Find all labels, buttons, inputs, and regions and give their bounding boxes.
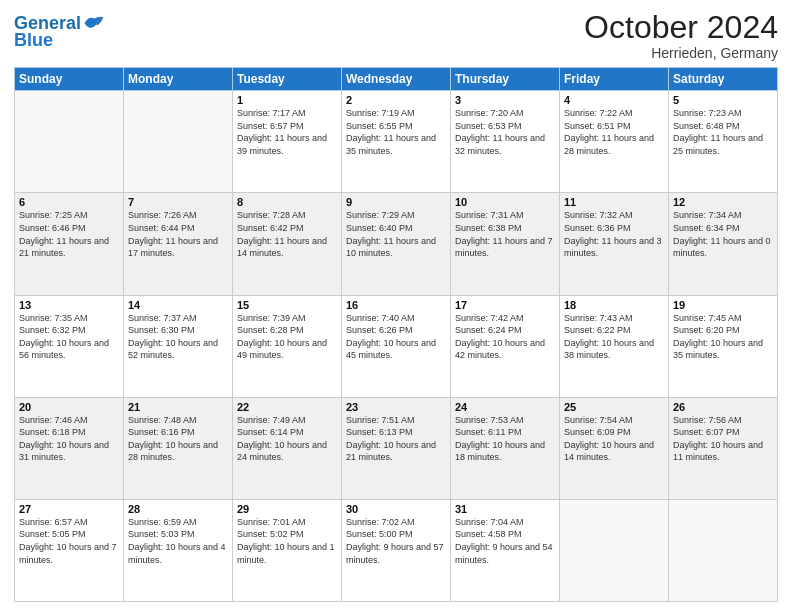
day-info: Sunrise: 7:49 AM Sunset: 6:14 PM Dayligh…	[237, 414, 337, 464]
day-number: 16	[346, 299, 446, 311]
calendar-cell: 31Sunrise: 7:04 AM Sunset: 4:58 PM Dayli…	[451, 499, 560, 601]
calendar-week-2: 6Sunrise: 7:25 AM Sunset: 6:46 PM Daylig…	[15, 193, 778, 295]
day-info: Sunrise: 7:56 AM Sunset: 6:07 PM Dayligh…	[673, 414, 773, 464]
calendar-cell	[124, 91, 233, 193]
calendar-week-3: 13Sunrise: 7:35 AM Sunset: 6:32 PM Dayli…	[15, 295, 778, 397]
day-number: 18	[564, 299, 664, 311]
calendar-cell	[560, 499, 669, 601]
calendar-table: SundayMondayTuesdayWednesdayThursdayFrid…	[14, 67, 778, 602]
day-number: 24	[455, 401, 555, 413]
calendar-cell: 17Sunrise: 7:42 AM Sunset: 6:24 PM Dayli…	[451, 295, 560, 397]
calendar-cell: 23Sunrise: 7:51 AM Sunset: 6:13 PM Dayli…	[342, 397, 451, 499]
day-info: Sunrise: 7:01 AM Sunset: 5:02 PM Dayligh…	[237, 516, 337, 566]
day-number: 22	[237, 401, 337, 413]
day-info: Sunrise: 7:45 AM Sunset: 6:20 PM Dayligh…	[673, 312, 773, 362]
weekday-header-friday: Friday	[560, 68, 669, 91]
day-info: Sunrise: 7:28 AM Sunset: 6:42 PM Dayligh…	[237, 209, 337, 259]
calendar-cell	[669, 499, 778, 601]
calendar-cell	[15, 91, 124, 193]
day-info: Sunrise: 7:43 AM Sunset: 6:22 PM Dayligh…	[564, 312, 664, 362]
calendar-cell: 21Sunrise: 7:48 AM Sunset: 6:16 PM Dayli…	[124, 397, 233, 499]
day-info: Sunrise: 7:40 AM Sunset: 6:26 PM Dayligh…	[346, 312, 446, 362]
weekday-header-thursday: Thursday	[451, 68, 560, 91]
day-info: Sunrise: 7:19 AM Sunset: 6:55 PM Dayligh…	[346, 107, 446, 157]
calendar-cell: 24Sunrise: 7:53 AM Sunset: 6:11 PM Dayli…	[451, 397, 560, 499]
weekday-header-tuesday: Tuesday	[233, 68, 342, 91]
calendar-cell: 3Sunrise: 7:20 AM Sunset: 6:53 PM Daylig…	[451, 91, 560, 193]
day-info: Sunrise: 7:51 AM Sunset: 6:13 PM Dayligh…	[346, 414, 446, 464]
calendar-cell: 8Sunrise: 7:28 AM Sunset: 6:42 PM Daylig…	[233, 193, 342, 295]
day-info: Sunrise: 7:26 AM Sunset: 6:44 PM Dayligh…	[128, 209, 228, 259]
calendar-cell: 4Sunrise: 7:22 AM Sunset: 6:51 PM Daylig…	[560, 91, 669, 193]
day-info: Sunrise: 7:17 AM Sunset: 6:57 PM Dayligh…	[237, 107, 337, 157]
day-info: Sunrise: 7:04 AM Sunset: 4:58 PM Dayligh…	[455, 516, 555, 566]
day-number: 29	[237, 503, 337, 515]
calendar-cell: 16Sunrise: 7:40 AM Sunset: 6:26 PM Dayli…	[342, 295, 451, 397]
calendar-week-1: 1Sunrise: 7:17 AM Sunset: 6:57 PM Daylig…	[15, 91, 778, 193]
day-number: 23	[346, 401, 446, 413]
day-number: 8	[237, 196, 337, 208]
day-info: Sunrise: 7:02 AM Sunset: 5:00 PM Dayligh…	[346, 516, 446, 566]
calendar-week-4: 20Sunrise: 7:46 AM Sunset: 6:18 PM Dayli…	[15, 397, 778, 499]
day-info: Sunrise: 7:34 AM Sunset: 6:34 PM Dayligh…	[673, 209, 773, 259]
calendar-cell: 30Sunrise: 7:02 AM Sunset: 5:00 PM Dayli…	[342, 499, 451, 601]
weekday-header-monday: Monday	[124, 68, 233, 91]
day-info: Sunrise: 6:57 AM Sunset: 5:05 PM Dayligh…	[19, 516, 119, 566]
calendar-cell: 25Sunrise: 7:54 AM Sunset: 6:09 PM Dayli…	[560, 397, 669, 499]
logo-bird-icon	[83, 12, 105, 34]
day-info: Sunrise: 7:39 AM Sunset: 6:28 PM Dayligh…	[237, 312, 337, 362]
day-number: 7	[128, 196, 228, 208]
calendar-week-5: 27Sunrise: 6:57 AM Sunset: 5:05 PM Dayli…	[15, 499, 778, 601]
weekday-header-wednesday: Wednesday	[342, 68, 451, 91]
day-info: Sunrise: 6:59 AM Sunset: 5:03 PM Dayligh…	[128, 516, 228, 566]
calendar-cell: 13Sunrise: 7:35 AM Sunset: 6:32 PM Dayli…	[15, 295, 124, 397]
calendar-cell: 22Sunrise: 7:49 AM Sunset: 6:14 PM Dayli…	[233, 397, 342, 499]
day-number: 12	[673, 196, 773, 208]
calendar-cell: 2Sunrise: 7:19 AM Sunset: 6:55 PM Daylig…	[342, 91, 451, 193]
day-number: 9	[346, 196, 446, 208]
logo: General Blue	[14, 14, 105, 51]
calendar-cell: 29Sunrise: 7:01 AM Sunset: 5:02 PM Dayli…	[233, 499, 342, 601]
calendar-cell: 1Sunrise: 7:17 AM Sunset: 6:57 PM Daylig…	[233, 91, 342, 193]
day-number: 21	[128, 401, 228, 413]
day-number: 5	[673, 94, 773, 106]
calendar-cell: 26Sunrise: 7:56 AM Sunset: 6:07 PM Dayli…	[669, 397, 778, 499]
weekday-header-sunday: Sunday	[15, 68, 124, 91]
day-info: Sunrise: 7:46 AM Sunset: 6:18 PM Dayligh…	[19, 414, 119, 464]
day-info: Sunrise: 7:25 AM Sunset: 6:46 PM Dayligh…	[19, 209, 119, 259]
day-info: Sunrise: 7:37 AM Sunset: 6:30 PM Dayligh…	[128, 312, 228, 362]
day-number: 3	[455, 94, 555, 106]
day-number: 19	[673, 299, 773, 311]
calendar-cell: 14Sunrise: 7:37 AM Sunset: 6:30 PM Dayli…	[124, 295, 233, 397]
location-subtitle: Herrieden, Germany	[584, 45, 778, 61]
calendar-cell: 20Sunrise: 7:46 AM Sunset: 6:18 PM Dayli…	[15, 397, 124, 499]
day-number: 25	[564, 401, 664, 413]
weekday-header-saturday: Saturday	[669, 68, 778, 91]
day-info: Sunrise: 7:48 AM Sunset: 6:16 PM Dayligh…	[128, 414, 228, 464]
day-number: 15	[237, 299, 337, 311]
weekday-header-row: SundayMondayTuesdayWednesdayThursdayFrid…	[15, 68, 778, 91]
day-info: Sunrise: 7:53 AM Sunset: 6:11 PM Dayligh…	[455, 414, 555, 464]
calendar-cell: 12Sunrise: 7:34 AM Sunset: 6:34 PM Dayli…	[669, 193, 778, 295]
calendar-cell: 18Sunrise: 7:43 AM Sunset: 6:22 PM Dayli…	[560, 295, 669, 397]
day-number: 26	[673, 401, 773, 413]
day-number: 2	[346, 94, 446, 106]
day-info: Sunrise: 7:42 AM Sunset: 6:24 PM Dayligh…	[455, 312, 555, 362]
day-number: 20	[19, 401, 119, 413]
calendar-cell: 19Sunrise: 7:45 AM Sunset: 6:20 PM Dayli…	[669, 295, 778, 397]
day-number: 30	[346, 503, 446, 515]
day-number: 17	[455, 299, 555, 311]
day-number: 28	[128, 503, 228, 515]
day-info: Sunrise: 7:23 AM Sunset: 6:48 PM Dayligh…	[673, 107, 773, 157]
day-info: Sunrise: 7:35 AM Sunset: 6:32 PM Dayligh…	[19, 312, 119, 362]
day-number: 10	[455, 196, 555, 208]
day-info: Sunrise: 7:32 AM Sunset: 6:36 PM Dayligh…	[564, 209, 664, 259]
day-number: 27	[19, 503, 119, 515]
calendar-cell: 9Sunrise: 7:29 AM Sunset: 6:40 PM Daylig…	[342, 193, 451, 295]
calendar-cell: 11Sunrise: 7:32 AM Sunset: 6:36 PM Dayli…	[560, 193, 669, 295]
calendar-cell: 5Sunrise: 7:23 AM Sunset: 6:48 PM Daylig…	[669, 91, 778, 193]
day-number: 31	[455, 503, 555, 515]
calendar-cell: 28Sunrise: 6:59 AM Sunset: 5:03 PM Dayli…	[124, 499, 233, 601]
day-number: 13	[19, 299, 119, 311]
title-block: October 2024 Herrieden, Germany	[584, 10, 778, 61]
